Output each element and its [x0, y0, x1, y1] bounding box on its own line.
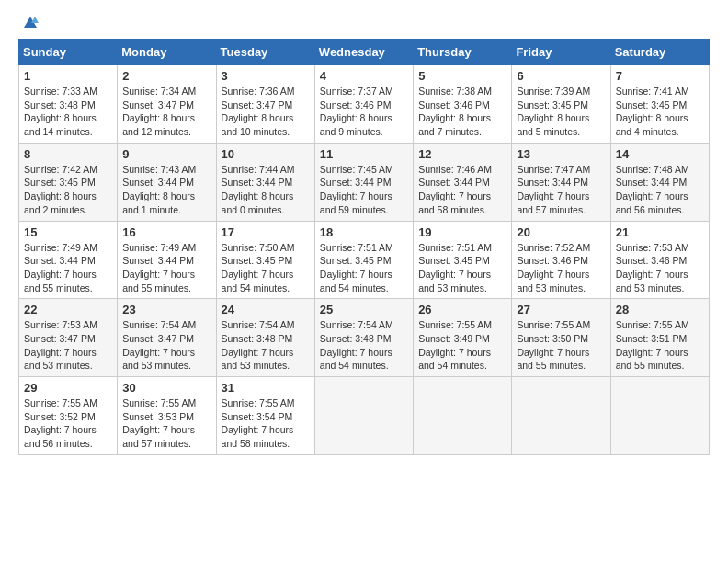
- day-info: Sunrise: 7:55 AMSunset: 3:49 PMDaylight:…: [418, 318, 506, 373]
- week-row-3: 15Sunrise: 7:49 AMSunset: 3:44 PMDayligh…: [19, 221, 710, 299]
- day-number: 21: [616, 225, 704, 239]
- day-cell: 31Sunrise: 7:55 AMSunset: 3:54 PMDayligh…: [216, 377, 314, 455]
- day-cell: 22Sunrise: 7:53 AMSunset: 3:47 PMDayligh…: [19, 299, 118, 377]
- day-number: 24: [222, 303, 310, 316]
- day-info: Sunrise: 7:50 AMSunset: 3:45 PMDaylight:…: [222, 241, 310, 295]
- day-cell: 28Sunrise: 7:55 AMSunset: 3:51 PMDayligh…: [610, 299, 709, 377]
- logo: [18, 15, 39, 31]
- header-day-tuesday: Tuesday: [216, 40, 314, 65]
- svg-marker-1: [31, 17, 39, 23]
- day-number: 31: [222, 381, 310, 395]
- day-number: 17: [222, 225, 310, 239]
- day-cell: 8Sunrise: 7:42 AMSunset: 3:45 PMDaylight…: [19, 143, 118, 221]
- day-cell: 7Sunrise: 7:41 AMSunset: 3:45 PMDaylight…: [610, 65, 709, 144]
- day-number: 1: [24, 69, 112, 83]
- day-number: 18: [320, 225, 408, 239]
- day-number: 23: [122, 303, 210, 316]
- day-cell: 3Sunrise: 7:36 AMSunset: 3:47 PMDaylight…: [216, 65, 314, 144]
- day-info: Sunrise: 7:37 AMSunset: 3:46 PMDaylight:…: [320, 85, 408, 139]
- day-cell: [610, 377, 709, 455]
- day-info: Sunrise: 7:42 AMSunset: 3:45 PMDaylight:…: [24, 163, 112, 217]
- day-cell: 9Sunrise: 7:43 AMSunset: 3:44 PMDaylight…: [118, 143, 216, 221]
- day-number: 3: [222, 69, 310, 83]
- day-info: Sunrise: 7:39 AMSunset: 3:45 PMDaylight:…: [517, 85, 605, 139]
- day-cell: [414, 377, 512, 455]
- day-info: Sunrise: 7:36 AMSunset: 3:47 PMDaylight:…: [222, 85, 310, 139]
- day-cell: 14Sunrise: 7:48 AMSunset: 3:44 PMDayligh…: [610, 143, 709, 221]
- day-cell: 23Sunrise: 7:54 AMSunset: 3:47 PMDayligh…: [118, 299, 216, 377]
- day-cell: 24Sunrise: 7:54 AMSunset: 3:48 PMDayligh…: [216, 299, 314, 377]
- day-number: 5: [418, 69, 506, 83]
- day-number: 27: [517, 303, 605, 316]
- day-info: Sunrise: 7:38 AMSunset: 3:46 PMDaylight:…: [418, 85, 506, 139]
- day-number: 12: [418, 147, 506, 161]
- day-number: 22: [24, 303, 112, 316]
- day-cell: 21Sunrise: 7:53 AMSunset: 3:46 PMDayligh…: [610, 221, 709, 299]
- day-cell: 2Sunrise: 7:34 AMSunset: 3:47 PMDaylight…: [118, 65, 216, 144]
- day-number: 15: [24, 225, 112, 239]
- day-number: 9: [122, 147, 210, 161]
- logo-text: [18, 15, 39, 31]
- header-row: SundayMondayTuesdayWednesdayThursdayFrid…: [19, 40, 710, 65]
- day-info: Sunrise: 7:33 AMSunset: 3:48 PMDaylight:…: [24, 85, 112, 139]
- day-number: 14: [616, 147, 704, 161]
- day-info: Sunrise: 7:49 AMSunset: 3:44 PMDaylight:…: [122, 241, 210, 295]
- day-cell: [512, 377, 610, 455]
- day-info: Sunrise: 7:52 AMSunset: 3:46 PMDaylight:…: [517, 241, 605, 295]
- day-number: 20: [517, 225, 605, 239]
- day-cell: 25Sunrise: 7:54 AMSunset: 3:48 PMDayligh…: [314, 299, 413, 377]
- day-number: 25: [320, 303, 408, 316]
- day-info: Sunrise: 7:55 AMSunset: 3:50 PMDaylight:…: [517, 318, 605, 373]
- week-row-4: 22Sunrise: 7:53 AMSunset: 3:47 PMDayligh…: [19, 299, 710, 377]
- page-container: SundayMondayTuesdayWednesdayThursdayFrid…: [18, 15, 710, 455]
- header: [18, 15, 710, 31]
- day-cell: 30Sunrise: 7:55 AMSunset: 3:53 PMDayligh…: [118, 377, 216, 455]
- day-cell: 5Sunrise: 7:38 AMSunset: 3:46 PMDaylight…: [414, 65, 512, 144]
- header-day-monday: Monday: [118, 40, 216, 65]
- day-number: 29: [24, 381, 112, 395]
- day-info: Sunrise: 7:55 AMSunset: 3:53 PMDaylight:…: [122, 396, 210, 451]
- day-info: Sunrise: 7:54 AMSunset: 3:48 PMDaylight:…: [222, 318, 310, 373]
- day-number: 16: [122, 225, 210, 239]
- day-cell: 15Sunrise: 7:49 AMSunset: 3:44 PMDayligh…: [19, 221, 118, 299]
- day-number: 28: [616, 303, 704, 316]
- day-info: Sunrise: 7:47 AMSunset: 3:44 PMDaylight:…: [517, 163, 605, 217]
- day-number: 6: [517, 69, 605, 83]
- day-info: Sunrise: 7:34 AMSunset: 3:47 PMDaylight:…: [122, 85, 210, 139]
- week-row-2: 8Sunrise: 7:42 AMSunset: 3:45 PMDaylight…: [19, 143, 710, 221]
- day-info: Sunrise: 7:44 AMSunset: 3:44 PMDaylight:…: [222, 163, 310, 217]
- header-day-wednesday: Wednesday: [314, 40, 413, 65]
- day-number: 4: [320, 69, 408, 83]
- day-cell: 27Sunrise: 7:55 AMSunset: 3:50 PMDayligh…: [512, 299, 610, 377]
- day-info: Sunrise: 7:46 AMSunset: 3:44 PMDaylight:…: [418, 163, 506, 217]
- day-info: Sunrise: 7:55 AMSunset: 3:52 PMDaylight:…: [24, 396, 112, 451]
- day-cell: 1Sunrise: 7:33 AMSunset: 3:48 PMDaylight…: [19, 65, 118, 144]
- day-info: Sunrise: 7:49 AMSunset: 3:44 PMDaylight:…: [24, 241, 112, 295]
- day-cell: [314, 377, 413, 455]
- day-cell: 20Sunrise: 7:52 AMSunset: 3:46 PMDayligh…: [512, 221, 610, 299]
- header-day-friday: Friday: [512, 40, 610, 65]
- calendar-table: SundayMondayTuesdayWednesdayThursdayFrid…: [18, 39, 710, 455]
- day-cell: 26Sunrise: 7:55 AMSunset: 3:49 PMDayligh…: [414, 299, 512, 377]
- day-number: 8: [24, 147, 112, 161]
- day-number: 30: [122, 381, 210, 395]
- day-cell: 11Sunrise: 7:45 AMSunset: 3:44 PMDayligh…: [314, 143, 413, 221]
- day-number: 7: [616, 69, 704, 83]
- day-cell: 6Sunrise: 7:39 AMSunset: 3:45 PMDaylight…: [512, 65, 610, 144]
- day-cell: 29Sunrise: 7:55 AMSunset: 3:52 PMDayligh…: [19, 377, 118, 455]
- day-info: Sunrise: 7:45 AMSunset: 3:44 PMDaylight:…: [320, 163, 408, 217]
- day-info: Sunrise: 7:48 AMSunset: 3:44 PMDaylight:…: [616, 163, 704, 217]
- day-number: 10: [222, 147, 310, 161]
- day-info: Sunrise: 7:55 AMSunset: 3:51 PMDaylight:…: [616, 318, 704, 373]
- header-day-saturday: Saturday: [610, 40, 709, 65]
- day-cell: 12Sunrise: 7:46 AMSunset: 3:44 PMDayligh…: [414, 143, 512, 221]
- week-row-5: 29Sunrise: 7:55 AMSunset: 3:52 PMDayligh…: [19, 377, 710, 455]
- day-cell: 18Sunrise: 7:51 AMSunset: 3:45 PMDayligh…: [314, 221, 413, 299]
- day-info: Sunrise: 7:54 AMSunset: 3:47 PMDaylight:…: [122, 318, 210, 373]
- day-info: Sunrise: 7:55 AMSunset: 3:54 PMDaylight:…: [222, 396, 310, 451]
- day-cell: 4Sunrise: 7:37 AMSunset: 3:46 PMDaylight…: [314, 65, 413, 144]
- day-number: 19: [418, 225, 506, 239]
- day-cell: 10Sunrise: 7:44 AMSunset: 3:44 PMDayligh…: [216, 143, 314, 221]
- day-number: 2: [122, 69, 210, 83]
- day-cell: 13Sunrise: 7:47 AMSunset: 3:44 PMDayligh…: [512, 143, 610, 221]
